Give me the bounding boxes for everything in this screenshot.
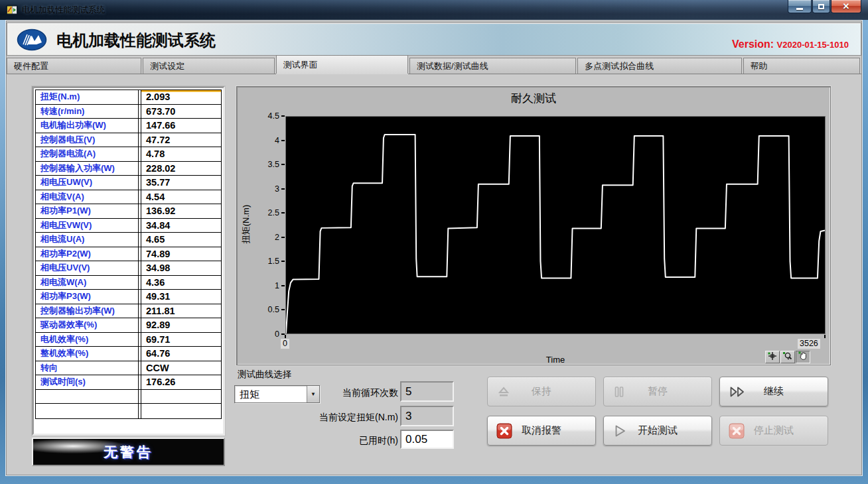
row-value[interactable]: 69.71 xyxy=(141,333,221,347)
row-value[interactable]: 49.31 xyxy=(141,290,221,304)
y-tick-mark xyxy=(281,309,285,310)
tab-label: 测试设定 xyxy=(150,60,184,72)
field-label-set-torque: 当前设定扭矩(N.m) xyxy=(285,412,398,424)
row-value[interactable]: 4.65 xyxy=(141,233,221,247)
row-value[interactable]: 2.093 xyxy=(141,90,221,104)
version-label: Version: xyxy=(732,38,774,50)
tab-test-interface[interactable]: 测试界面 xyxy=(276,55,408,74)
row-value[interactable]: 92.89 xyxy=(141,318,221,332)
row-label: 控制器电流(A) xyxy=(36,147,139,161)
chart-panel: 耐久测试 扭矩(N.m) 4.543.532.521.510.50 0 3526… xyxy=(236,86,831,365)
tab-strip: 硬件配置测试设定测试界面测试数据/测试曲线多点测试拟合曲线帮助 xyxy=(7,56,861,74)
field-value-cycle-count: 5 xyxy=(400,381,454,402)
maximize-button[interactable] xyxy=(812,0,830,13)
cycle-count-value: 5 xyxy=(405,385,411,398)
table-row: 整机效率(%)64.76 xyxy=(36,347,221,361)
field-label-elapsed-hours: 已用时(h) xyxy=(285,435,398,447)
y-tick-mark xyxy=(281,261,285,262)
row-label: 相电流U(A) xyxy=(36,233,139,247)
button-label: 保持 xyxy=(532,385,551,398)
minimize-icon xyxy=(796,8,803,10)
caption-buttons: ✕ xyxy=(788,0,861,13)
row-value[interactable]: 673.70 xyxy=(141,105,221,119)
window-titlebar[interactable]: 电机加载性能测试系统 ✕ xyxy=(0,0,868,20)
tab-hardware-config[interactable]: 硬件配置 xyxy=(7,58,141,74)
y-tick-label: 3.5 xyxy=(237,159,279,170)
x-tick-min: 0 xyxy=(281,339,289,349)
cancel-alarm-button[interactable]: 取消报警 xyxy=(487,416,596,446)
y-tick-mark xyxy=(281,188,285,190)
table-row: 相电压UV(V)34.98 xyxy=(36,261,221,276)
elapsed-hours-value: 0.05 xyxy=(405,433,427,446)
row-value[interactable]: 47.72 xyxy=(141,133,221,147)
button-label: 开始测试 xyxy=(638,424,678,437)
tab-test-data-curves[interactable]: 测试数据/测试曲线 xyxy=(409,58,576,74)
resume-button[interactable]: 继续 xyxy=(719,377,828,406)
table-row: 测试时间(s)176.26 xyxy=(36,375,221,390)
y-tick-label: 3 xyxy=(237,184,279,194)
row-value[interactable] xyxy=(141,404,221,418)
y-tick-mark xyxy=(281,164,285,165)
minimize-button[interactable] xyxy=(788,0,812,13)
tab-label: 帮助 xyxy=(751,60,768,72)
close-button[interactable]: ✕ xyxy=(831,0,861,13)
table-row: 电机输出功率(W)147.66 xyxy=(36,119,221,133)
page-title: 电机加载性能测试系统 xyxy=(56,30,216,51)
row-label: 相电压UV(V) xyxy=(36,261,139,275)
table-row: 相功率P1(W)136.92 xyxy=(36,204,221,219)
tab-help[interactable]: 帮助 xyxy=(743,58,860,74)
cursor-tool-button[interactable] xyxy=(765,351,780,363)
row-value[interactable]: 4.36 xyxy=(141,276,221,290)
row-label: 测试时间(s) xyxy=(36,375,139,389)
window-title: 电机加载性能测试系统 xyxy=(22,5,105,16)
row-value[interactable]: 4.54 xyxy=(141,190,221,204)
resume-icon xyxy=(729,385,747,398)
table-row: 相功率P3(W)49.31 xyxy=(36,290,221,304)
measurement-table[interactable]: 扭矩(N.m)2.093转速(r/min)673.70电机输出功率(W)147.… xyxy=(32,86,225,436)
table-row xyxy=(36,390,221,404)
row-value[interactable]: 211.81 xyxy=(141,304,221,318)
row-value[interactable]: 34.84 xyxy=(141,219,221,233)
alarm-banner: 无警告 xyxy=(32,438,225,466)
y-tick-label: 0 xyxy=(237,329,279,339)
chart-title: 耐久测试 xyxy=(237,91,830,106)
pan-tool-button[interactable] xyxy=(796,351,810,363)
table-row: 控制器电流(A)4.78 xyxy=(36,147,221,162)
row-value[interactable]: CCW xyxy=(141,361,221,375)
start-test-icon xyxy=(613,424,627,438)
start-test-button[interactable]: 开始测试 xyxy=(603,416,712,446)
row-value[interactable]: 34.98 xyxy=(141,261,221,275)
row-value[interactable]: 64.76 xyxy=(141,347,221,361)
row-label: 驱动器效率(%) xyxy=(36,318,139,332)
y-tick-label: 4 xyxy=(237,135,279,146)
plot-area[interactable] xyxy=(285,116,826,334)
y-tick-label: 2.5 xyxy=(237,208,279,218)
version-value: V2020-01-15-1010 xyxy=(777,40,849,50)
y-tick-mark xyxy=(281,115,285,117)
table-row: 转向CCW xyxy=(36,361,221,376)
row-value[interactable]: 35.77 xyxy=(141,176,221,190)
row-value[interactable]: 176.26 xyxy=(141,375,221,389)
set-torque-value: 3 xyxy=(405,410,411,423)
row-value[interactable]: 74.89 xyxy=(141,247,221,261)
tab-test-settings[interactable]: 测试设定 xyxy=(143,58,274,74)
zoom-tool-button[interactable] xyxy=(780,351,795,363)
x-axis-label: Time xyxy=(285,355,826,365)
y-tick-label: 2 xyxy=(237,232,279,243)
table-row: 控制器输入功率(W)228.02 xyxy=(36,162,221,176)
row-value[interactable] xyxy=(141,390,221,404)
row-value[interactable]: 228.02 xyxy=(141,162,221,176)
tab-label: 多点测试拟合曲线 xyxy=(585,60,654,72)
row-value[interactable]: 4.78 xyxy=(141,147,221,161)
stop-test-button: 停止测试 xyxy=(719,416,828,446)
row-value[interactable]: 147.66 xyxy=(141,119,221,133)
y-tick-label: 4.5 xyxy=(237,111,279,121)
field-value-set-torque: 3 xyxy=(400,406,454,426)
cancel-alarm-icon xyxy=(496,423,512,439)
row-value[interactable]: 136.92 xyxy=(141,204,221,218)
measurement-rows: 扭矩(N.m)2.093转速(r/min)673.70电机输出功率(W)147.… xyxy=(35,90,222,419)
curve-select-label: 测试曲线选择 xyxy=(238,369,291,381)
row-label: 控制器输入功率(W) xyxy=(36,162,139,176)
x-tick-mark-min xyxy=(285,335,286,338)
tab-multipoint-fit[interactable]: 多点测试拟合曲线 xyxy=(577,58,741,74)
